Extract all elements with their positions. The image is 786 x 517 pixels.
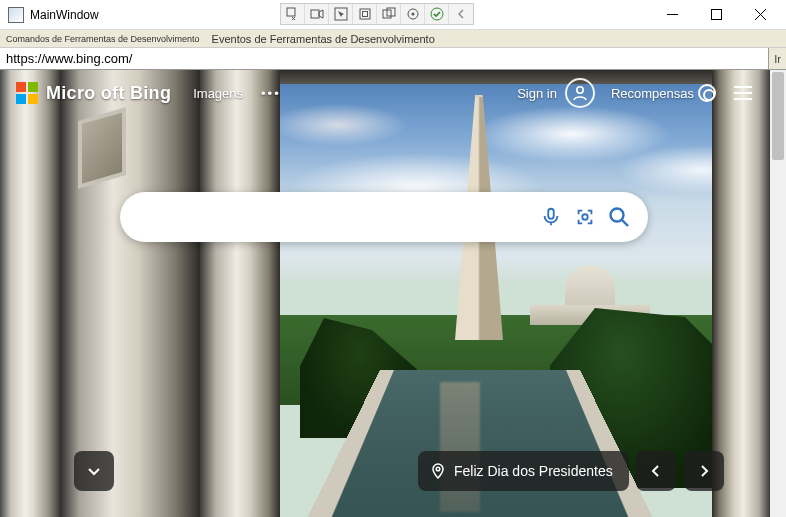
devtool-record-icon[interactable] bbox=[305, 4, 329, 24]
nav-images[interactable]: Imagens bbox=[193, 86, 243, 101]
rewards-label: Recompensas bbox=[611, 86, 694, 101]
location-pin-icon bbox=[430, 463, 446, 479]
nav-more[interactable]: ••• bbox=[261, 86, 281, 101]
bg-pillar-3 bbox=[200, 70, 280, 517]
search-submit-icon[interactable] bbox=[602, 200, 636, 234]
address-input[interactable] bbox=[0, 48, 768, 69]
devtool-pointer-icon[interactable] bbox=[329, 4, 353, 24]
hamburger-menu[interactable] bbox=[726, 76, 760, 110]
rewards-link[interactable]: Recompensas bbox=[611, 84, 716, 102]
next-image-button[interactable] bbox=[684, 451, 724, 491]
image-caption[interactable]: Feliz Dia dos Presidentes bbox=[418, 451, 629, 491]
titlebar: MainWindow bbox=[0, 0, 786, 30]
vertical-scrollbar[interactable] bbox=[770, 70, 786, 517]
address-bar: Ir bbox=[0, 48, 786, 70]
account-avatar[interactable] bbox=[565, 78, 595, 108]
browser-viewport: Micro oft Bing Imagens ••• Sign in Recom… bbox=[0, 70, 786, 517]
window-controls bbox=[650, 0, 782, 28]
svg-point-15 bbox=[436, 467, 440, 471]
app-icon bbox=[8, 7, 24, 23]
search-box[interactable] bbox=[120, 192, 648, 242]
prev-image-button[interactable] bbox=[636, 451, 676, 491]
svg-point-11 bbox=[577, 87, 583, 93]
minimize-button[interactable] bbox=[650, 0, 694, 28]
devtool-square-icon[interactable] bbox=[353, 4, 377, 24]
devtool-check-icon[interactable] bbox=[425, 4, 449, 24]
dev-toolbar bbox=[280, 3, 474, 25]
rewards-badge-icon bbox=[698, 84, 716, 102]
bing-logo[interactable]: Micro oft Bing bbox=[16, 82, 171, 104]
bg-pillar-2 bbox=[60, 70, 200, 517]
svg-point-13 bbox=[582, 214, 588, 220]
svg-rect-3 bbox=[360, 9, 370, 19]
chevron-right-icon bbox=[697, 464, 711, 478]
bg-obelisk-reflection bbox=[440, 382, 480, 512]
bg-pillar-1 bbox=[0, 70, 60, 517]
svg-point-14 bbox=[611, 209, 624, 222]
devtool-target-icon[interactable] bbox=[401, 4, 425, 24]
devtool-chevron-left-icon[interactable] bbox=[449, 4, 473, 24]
dev-subbar: Comandos de Ferramentas de Desenvolvimen… bbox=[0, 30, 786, 48]
chevron-down-icon bbox=[86, 463, 102, 479]
svg-rect-0 bbox=[287, 8, 295, 16]
svg-rect-10 bbox=[711, 9, 721, 19]
dev-commands-label[interactable]: Comandos de Ferramentas de Desenvolvimen… bbox=[0, 34, 206, 44]
bg-pillar-4 bbox=[712, 70, 770, 517]
scrollbar-thumb[interactable] bbox=[772, 72, 784, 160]
svg-rect-4 bbox=[362, 12, 367, 17]
caption-text: Feliz Dia dos Presidentes bbox=[454, 463, 613, 479]
person-icon bbox=[571, 84, 589, 102]
search-input[interactable] bbox=[140, 208, 534, 226]
close-button[interactable] bbox=[738, 0, 782, 28]
signin-link[interactable]: Sign in bbox=[517, 86, 557, 101]
devtool-btn-1[interactable] bbox=[281, 4, 305, 24]
window-title: MainWindow bbox=[30, 8, 99, 22]
svg-point-8 bbox=[411, 13, 414, 16]
svg-rect-1 bbox=[311, 10, 319, 18]
svg-rect-12 bbox=[548, 209, 554, 219]
bing-logo-text: Micro oft Bing bbox=[46, 83, 171, 104]
microsoft-logo-icon bbox=[16, 82, 38, 104]
bing-top-nav: Micro oft Bing Imagens ••• Sign in Recom… bbox=[0, 70, 770, 116]
dev-events-label[interactable]: Eventos de Ferramentas de Desenvolviment… bbox=[206, 33, 435, 45]
go-button[interactable]: Ir bbox=[768, 48, 786, 69]
voice-search-icon[interactable] bbox=[534, 200, 568, 234]
maximize-button[interactable] bbox=[694, 0, 738, 28]
bing-homepage: Micro oft Bing Imagens ••• Sign in Recom… bbox=[0, 70, 770, 517]
devtool-overlay-icon[interactable] bbox=[377, 4, 401, 24]
image-search-icon[interactable] bbox=[568, 200, 602, 234]
chevron-left-icon bbox=[649, 464, 663, 478]
expand-info-button[interactable] bbox=[74, 451, 114, 491]
